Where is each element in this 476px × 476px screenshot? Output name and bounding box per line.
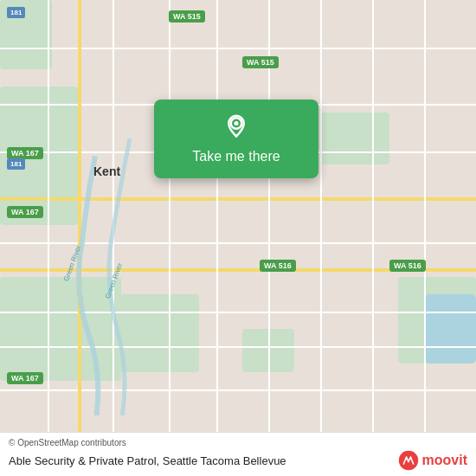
shield-wa515-2: WA 515: [242, 56, 279, 68]
road-h-8: [0, 389, 476, 391]
location-text: Able Security & Private Patrol, Seattle …: [9, 454, 286, 467]
road-v-4: [268, 0, 270, 476]
water-area: [424, 294, 476, 363]
take-me-there-popup[interactable]: Take me there: [154, 100, 318, 178]
road-v-6: [372, 0, 374, 476]
bottom-bar: © OpenStreetMap contributors Able Securi…: [0, 432, 476, 476]
shield-wa516-mid: WA 516: [260, 260, 296, 272]
map-background: [0, 0, 476, 476]
road-h-5: [0, 242, 476, 244]
shield-wa167-btm: WA 167: [7, 372, 43, 384]
road-v-2: [169, 0, 170, 476]
road-v-1: [113, 0, 114, 476]
road-h-6: [0, 312, 476, 313]
shield-wa167-bot: WA 167: [7, 206, 43, 218]
location-pin-icon: [223, 113, 249, 138]
map-container: WA 515 WA 515 WA 167 WA 167 WA 516 WA 51…: [0, 0, 476, 476]
shield-wa515-top: WA 515: [169, 10, 205, 23]
shield-wa167-mid: WA 167: [7, 147, 43, 159]
attribution: © OpenStreetMap contributors: [9, 438, 467, 447]
road-h-1: [0, 48, 476, 49]
shield-wa516-right: WA 516: [389, 260, 426, 272]
shield-181-mid: 181: [7, 158, 25, 170]
shield-181-top: 181: [7, 7, 25, 18]
moovit-logo: moovit: [398, 450, 467, 471]
road-h-4: [0, 197, 476, 201]
kent-label: Kent: [93, 164, 120, 178]
road-v-7: [424, 0, 426, 476]
moovit-text: moovit: [422, 453, 467, 468]
road-v-3: [216, 0, 218, 476]
road-v-8: [48, 0, 49, 476]
moovit-icon: [398, 450, 419, 471]
park-area-3: [87, 294, 199, 372]
location-info: Able Security & Private Patrol, Seattle …: [9, 450, 467, 471]
take-me-there-button[interactable]: Take me there: [185, 145, 286, 168]
road-v-5: [320, 0, 322, 476]
road-h-7: [0, 346, 476, 348]
park-area-4: [320, 113, 389, 164]
svg-point-1: [235, 121, 239, 125]
road-v-wa167: [78, 0, 81, 476]
